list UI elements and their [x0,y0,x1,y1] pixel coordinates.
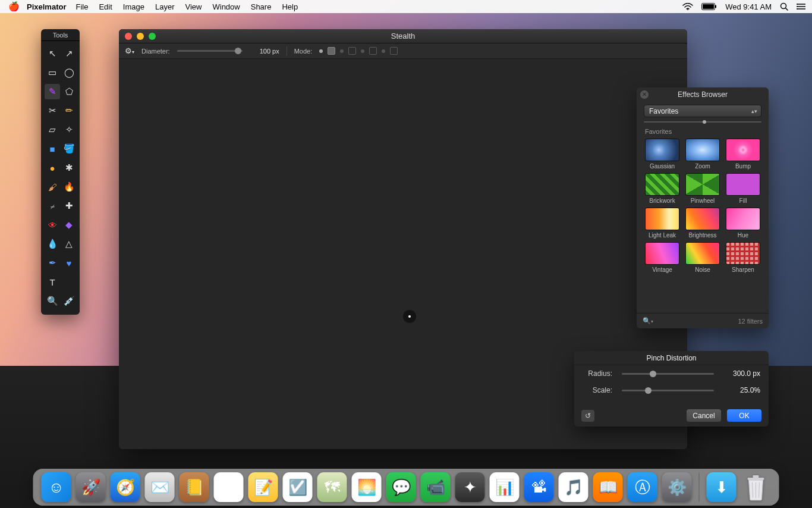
mode-intersect-icon[interactable] [382,49,385,53]
radius-value[interactable]: 300.0 px [723,369,760,378]
spray-tool-icon[interactable]: ✱ [61,160,77,175]
dock-itunes-icon[interactable]: 🎵 [559,472,588,502]
sponge-tool-icon[interactable]: ● [45,160,60,175]
menu-edit[interactable]: Edit [99,2,112,11]
dock-numbers-icon[interactable]: 📊 [490,472,520,502]
effect-gaussian[interactable]: Gaussian [644,139,681,170]
move-tool-icon[interactable]: ↖ [45,46,60,61]
dock-facetime-icon[interactable]: 📹 [421,472,451,502]
zoom-tool-icon[interactable]: 🔍 [45,293,60,309]
sharpen-tool-icon[interactable]: △ [61,236,77,252]
measure-tool-icon[interactable] [61,274,77,290]
dock-safari-icon[interactable]: 🧭 [111,472,140,502]
brush-tool-icon[interactable]: 🖌 [45,179,60,195]
dock-notes-icon[interactable]: 📝 [248,472,278,502]
magic-eraser-tool-icon[interactable]: ✧ [61,122,77,137]
effect-center-handle[interactable] [403,310,416,323]
dock-systemprefs-icon[interactable]: ⚙️ [662,472,692,502]
effect-fill[interactable]: Fill [725,173,761,204]
menu-image[interactable]: Image [123,2,144,11]
dock-launchpad-icon[interactable]: 🚀 [76,472,106,502]
dock-ibooks-icon[interactable]: 📖 [593,472,623,502]
effect-bump[interactable]: Bump [725,139,761,170]
polygon-lasso-tool-icon[interactable]: ⬠ [61,84,77,99]
dock-contacts-icon[interactable]: 📒 [180,472,209,502]
clone-stamp-tool-icon[interactable]: ⌿ [45,198,60,214]
lasso-tool-icon[interactable]: ✎ [45,84,60,99]
apple-menu-icon[interactable]: 🍎 [8,1,20,12]
dock-finder-icon[interactable]: ☺ [42,472,71,502]
document-titlebar[interactable]: Stealth [119,29,687,43]
blur-tool-icon[interactable]: 💧 [45,236,60,252]
burn-tool-icon[interactable]: 🔥 [61,179,77,195]
wifi-icon[interactable] [682,3,693,10]
window-close-icon[interactable] [125,33,132,40]
warp-tool-icon[interactable]: ◆ [61,217,77,233]
redeye-tool-icon[interactable]: 👁 [45,217,60,233]
tool-options-menu-icon[interactable]: ⚙▾ [125,46,134,55]
dock-reminders-icon[interactable]: ☑️ [283,472,313,502]
effects-search-icon[interactable]: 🔍▾ [643,317,653,325]
window-zoom-icon[interactable] [149,33,156,40]
reset-button-icon[interactable]: ↺ [581,410,594,422]
text-tool-icon[interactable]: T [45,274,60,290]
spotlight-icon[interactable] [780,2,788,11]
gradient-tool-icon[interactable]: ■ [45,141,60,156]
cancel-button[interactable]: Cancel [687,409,721,422]
select-tool-icon[interactable]: ↗ [61,46,77,61]
effect-brickwork[interactable]: Brickwork [644,173,681,204]
effect-pinwheel[interactable]: Pinwheel [684,173,721,204]
ok-button[interactable]: OK [727,409,761,422]
app-name[interactable]: Pixelmator [27,2,66,11]
scale-slider[interactable] [622,390,714,391]
dock-messages-icon[interactable]: 💬 [386,472,416,502]
effect-sharpen[interactable]: Sharpen [725,242,761,273]
dock-keynote-icon[interactable]: 📽 [524,472,554,502]
dock-appstore-icon[interactable]: Ⓐ [628,472,657,502]
eyedropper-tool-icon[interactable]: 💉 [61,293,77,309]
crop-tool-icon[interactable]: ✂ [45,103,60,118]
battery-icon[interactable] [701,3,717,10]
menu-file[interactable]: File [75,2,88,11]
effects-thumbnail-size-slider[interactable] [644,120,761,124]
effect-zoom[interactable]: Zoom [684,139,721,170]
shape-tool-icon[interactable]: ♥ [61,255,77,271]
dock-calendar-icon[interactable]: 🗓 [214,472,244,502]
radius-slider[interactable] [622,373,714,375]
marquee-tool-icon[interactable]: ▭ [45,65,60,80]
menu-view[interactable]: View [185,2,202,11]
effect-brightness[interactable]: Brightness [684,208,721,239]
pen-tool-icon[interactable]: ✒ [45,255,60,271]
notification-center-icon[interactable] [797,3,806,10]
effects-category-dropdown[interactable]: Favorites ▴▾ [644,105,761,117]
healing-tool-icon[interactable]: ✚ [61,198,77,214]
effects-close-icon[interactable]: ✕ [640,90,649,99]
dock-mail-icon[interactable]: ✉️ [145,472,175,502]
dock-photos-icon[interactable]: 🌅 [352,472,382,502]
pencil-tool-icon[interactable]: ✏ [61,103,77,118]
menu-window[interactable]: Window [212,2,240,11]
menu-help[interactable]: Help [282,2,298,11]
effect-light-leak[interactable]: Light Leak [644,208,681,239]
menubar-clock[interactable]: Wed 9:41 AM [725,2,772,11]
mode-subtract-icon[interactable] [361,49,364,53]
dock-pixelmator-icon[interactable]: ✦ [455,472,485,502]
eraser-tool-icon[interactable]: ▱ [45,122,60,137]
mode-new-icon[interactable] [319,49,323,53]
effect-noise[interactable]: Noise [684,242,721,273]
diameter-slider[interactable] [177,50,243,52]
effect-vintage[interactable]: Vintage [644,242,681,273]
menu-layer[interactable]: Layer [155,2,175,11]
window-minimize-icon[interactable] [137,33,144,40]
scale-value[interactable]: 25.0% [723,386,760,394]
ellipse-select-tool-icon[interactable]: ◯ [61,65,77,80]
effect-hue[interactable]: Hue [725,208,761,239]
mode-add-icon[interactable] [340,49,344,53]
effect-thumbnail [685,139,720,161]
paintbucket-tool-icon[interactable]: 🪣 [61,141,77,156]
dock-maps-icon[interactable]: 🗺 [317,472,347,502]
menu-share[interactable]: Share [251,2,272,11]
diameter-value[interactable]: 100 px [250,48,279,55]
dock-downloads-icon[interactable]: ⬇ [707,472,737,502]
dock-trash-icon[interactable] [741,472,771,502]
